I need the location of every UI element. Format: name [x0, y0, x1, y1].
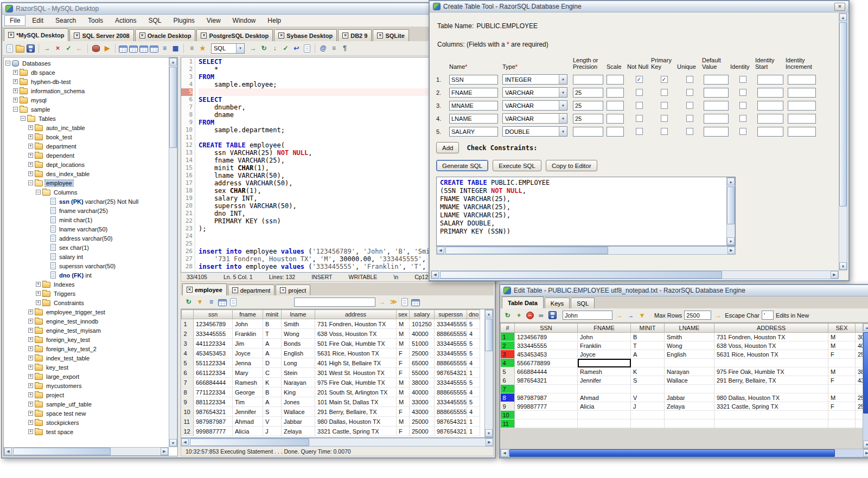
edit-cell[interactable]: A: [631, 350, 665, 359]
tree-item-constraints[interactable]: +Constraints: [4, 298, 169, 307]
results-cell[interactable]: Ramesh: [233, 378, 263, 387]
results-cell[interactable]: 51000: [410, 339, 435, 348]
scale-input[interactable]: [607, 127, 624, 137]
default-value-input[interactable]: [704, 88, 729, 98]
edit-table-icon[interactable]: [139, 46, 148, 53]
edit-column-minit[interactable]: MINIT: [631, 324, 665, 333]
tree-item-auto-inc-table[interactable]: +auto_inc_table: [4, 123, 169, 132]
edit-cell[interactable]: 987654321: [515, 376, 578, 385]
edit-horizontal-scrollbar[interactable]: ◀▶: [500, 449, 868, 457]
insert-row-icon[interactable]: +: [514, 311, 524, 320]
chevron-down-icon[interactable]: ▼: [559, 114, 567, 123]
edit-cell[interactable]: 638 Voss, Houston TX: [714, 341, 828, 350]
scroll-down-icon[interactable]: ▼: [485, 429, 493, 437]
scroll-track[interactable]: [169, 66, 177, 439]
tree-item-des-index-table[interactable]: +des_index_table: [4, 169, 169, 178]
results-filter-input[interactable]: [294, 298, 375, 307]
connection-tab-mysql-desktop[interactable]: ×*MySQL Desktop: [4, 28, 68, 41]
chevron-down-icon[interactable]: ▼: [559, 75, 567, 84]
edit-cell[interactable]: 291 Berry, Bellaire, TX: [714, 376, 828, 385]
close-tab-icon[interactable]: ×: [278, 33, 284, 38]
results-cell[interactable]: Stein: [282, 368, 315, 378]
results-cell[interactable]: J: [263, 427, 282, 436]
identity-checkbox[interactable]: [739, 115, 746, 122]
edit-cell[interactable]: Smith: [665, 333, 714, 341]
edit-cell[interactable]: K: [631, 367, 665, 376]
scroll-thumb[interactable]: [190, 438, 309, 446]
tree-expander-icon[interactable]: +: [28, 153, 33, 158]
identity-start-input[interactable]: [757, 127, 783, 137]
report-icon[interactable]: [401, 298, 408, 306]
results-cell[interactable]: George: [233, 387, 263, 397]
menu-edit[interactable]: Edit: [27, 15, 49, 26]
rerun-query-icon[interactable]: ↻: [184, 298, 193, 307]
results-cell[interactable]: 4: [467, 358, 480, 368]
default-value-input[interactable]: [704, 114, 729, 124]
results-cell[interactable]: 888665555: [435, 407, 467, 417]
tree-item-engine-test-myisam[interactable]: +engine_test_myisam: [4, 326, 169, 335]
results-cell[interactable]: V: [263, 417, 282, 427]
results-horizontal-scrollbar[interactable]: ◀▶: [181, 438, 494, 447]
edit-cell[interactable]: 980 Dallas, Houston TX: [714, 393, 828, 402]
new-file-icon[interactable]: [7, 44, 13, 53]
results-cell[interactable]: 888665555: [435, 387, 467, 397]
edit-tab-keys[interactable]: Keys: [545, 298, 570, 308]
edit-tab-sql[interactable]: SQL: [571, 298, 595, 308]
tree-item-minit-char-1[interactable]: minit char(1): [4, 215, 169, 224]
edit-column-ssn[interactable]: SSN: [515, 324, 578, 333]
results-cell[interactable]: 5: [467, 397, 480, 407]
edit-cell[interactable]: [714, 359, 828, 367]
results-column-sex[interactable]: sex: [397, 310, 410, 319]
results-cell[interactable]: T: [263, 329, 282, 339]
edit-cell[interactable]: [828, 359, 856, 367]
tree-expander-icon[interactable]: +: [28, 337, 33, 342]
edit-cell[interactable]: [631, 411, 665, 419]
edit-column-address[interactable]: ADDRESS: [714, 324, 828, 333]
results-column-minit[interactable]: minit: [263, 310, 282, 319]
results-cell[interactable]: 999887777: [194, 427, 233, 436]
edit-column-lname[interactable]: LNAME: [665, 324, 714, 333]
results-cell[interactable]: 101 Main St, Dallas TX: [315, 397, 397, 407]
go-search-icon[interactable]: →: [615, 311, 624, 320]
unique-checkbox[interactable]: [686, 115, 693, 122]
edit-cell[interactable]: [665, 359, 714, 367]
tree-item-superssn-varchar-50[interactable]: superssn varchar(50): [4, 261, 169, 270]
scroll-thumb[interactable]: [445, 247, 608, 254]
row-status-cell[interactable]: 6: [501, 376, 515, 385]
scroll-track[interactable]: [839, 21, 847, 262]
add-column-button[interactable]: Add: [436, 142, 459, 153]
results-cell[interactable]: Bonds: [282, 339, 315, 348]
tree-expander-icon[interactable]: +: [28, 374, 33, 379]
edit-cell[interactable]: S: [631, 376, 665, 385]
edit-cell[interactable]: [828, 411, 856, 419]
edit-cell[interactable]: M: [828, 393, 856, 402]
results-cell[interactable]: 65000: [410, 358, 435, 368]
edit-cell[interactable]: Wallace: [665, 376, 714, 385]
tree-horizontal-scrollbar[interactable]: ◀▶: [4, 447, 169, 456]
rollback-icon[interactable]: ←: [75, 44, 84, 53]
tree-expander-icon[interactable]: +: [28, 328, 33, 333]
edit-cell[interactable]: [515, 385, 578, 393]
scroll-left-icon[interactable]: ◀: [4, 448, 12, 455]
edit-cell[interactable]: 987987987: [515, 393, 578, 402]
results-cell[interactable]: Narayan: [282, 378, 315, 387]
chevron-down-icon[interactable]: ▼: [236, 44, 244, 53]
row-status-cell[interactable]: 11: [501, 419, 515, 428]
results-cell[interactable]: 731 Fondren, Houston TX: [315, 319, 397, 329]
tree-expander-icon[interactable]: +: [28, 392, 33, 397]
window-horizontal-scrollbar[interactable]: ◀▶: [431, 270, 839, 279]
tree-item-salary-int[interactable]: salary int: [4, 252, 169, 261]
results-cell[interactable]: 1: [467, 368, 480, 378]
open-file-icon[interactable]: [16, 46, 24, 53]
results-cell[interactable]: 501 Fire Oak, Humble TX: [315, 339, 397, 348]
results-cell[interactable]: Joyce: [233, 348, 263, 358]
tree-expander-icon[interactable]: +: [28, 383, 33, 388]
tree-item-databases[interactable]: −Databases: [4, 59, 169, 68]
results-cell[interactable]: B: [263, 387, 282, 397]
edit-cell[interactable]: Zelaya: [665, 402, 714, 411]
sql-preview-vertical-scrollbar[interactable]: ▲▼: [726, 177, 735, 246]
unique-checkbox[interactable]: [686, 89, 693, 96]
results-cell[interactable]: M: [397, 319, 410, 329]
tree-expander-icon[interactable]: +: [28, 420, 33, 425]
results-column-superssn[interactable]: superssn: [435, 310, 467, 319]
